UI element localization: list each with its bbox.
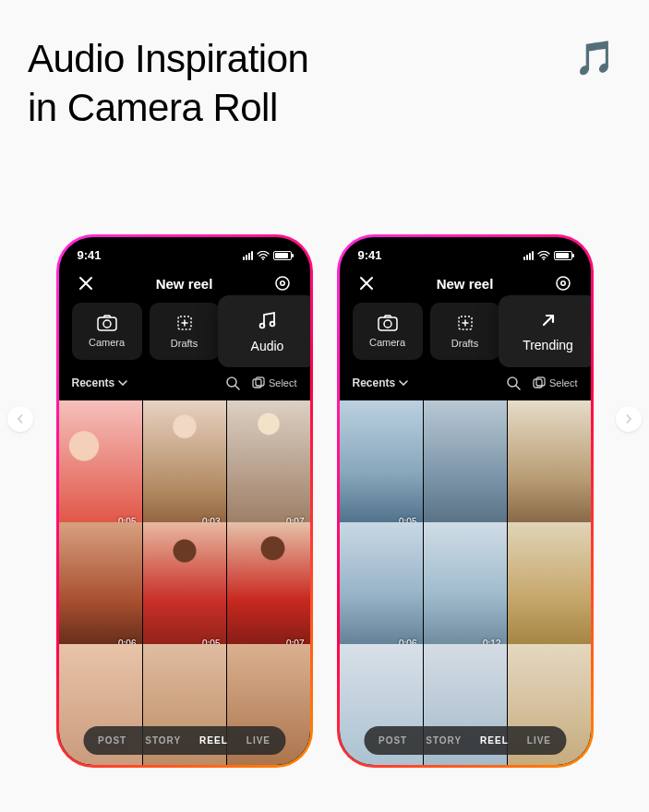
title-line-2: in Camera Roll (28, 84, 308, 133)
mode-selector[interactable]: POST STORY REEL LIVE (364, 726, 566, 755)
drafts-icon (175, 314, 194, 332)
settings-button[interactable] (553, 273, 573, 293)
music-note-icon: 🎵 (574, 39, 616, 78)
search-button[interactable] (222, 373, 243, 393)
drafts-button[interactable]: Drafts (150, 303, 220, 360)
chevron-down-icon (118, 380, 127, 386)
music-icon (257, 309, 279, 331)
search-icon (225, 376, 240, 390)
mode-reel[interactable]: REEL (473, 732, 516, 749)
select-label: Select (549, 377, 578, 388)
screen-title: New reel (437, 276, 494, 292)
svg-rect-3 (98, 317, 116, 330)
camera-icon (97, 315, 117, 331)
media-thumb[interactable]: 0:07 (227, 400, 310, 531)
svg-point-0 (262, 258, 264, 260)
svg-point-11 (543, 258, 545, 260)
status-bar: 9:41 (59, 237, 310, 268)
status-indicators (523, 251, 572, 260)
phone-mockup-left: 9:41 New reel Camera (56, 234, 313, 768)
mode-story[interactable]: STORY (138, 732, 188, 749)
drafts-label: Drafts (451, 338, 478, 349)
media-thumb[interactable]: 0:05 (59, 400, 142, 531)
svg-rect-14 (379, 317, 397, 330)
wifi-icon (257, 251, 270, 260)
mode-live[interactable]: LIVE (239, 732, 278, 749)
camera-button[interactable]: Camera (353, 303, 423, 360)
drafts-label: Drafts (171, 338, 198, 349)
drafts-button[interactable]: Drafts (430, 303, 500, 360)
camera-button[interactable]: Camera (72, 303, 142, 360)
media-thumb[interactable]: 0:06 (59, 522, 142, 652)
drafts-icon (456, 314, 475, 332)
mode-live[interactable]: LIVE (520, 732, 559, 749)
svg-point-4 (103, 320, 111, 328)
close-button[interactable] (356, 273, 377, 293)
trending-popover[interactable]: Trending (499, 295, 591, 367)
battery-icon (554, 251, 572, 260)
camera-label: Camera (89, 337, 125, 348)
recents-dropdown[interactable]: Recents (72, 376, 128, 389)
media-thumb[interactable]: 0:12 (424, 522, 507, 652)
media-grid: 0:05 0:06 0:12 (340, 400, 591, 765)
close-button[interactable] (76, 273, 96, 293)
status-indicators (243, 251, 292, 260)
clock: 9:41 (358, 248, 382, 262)
search-icon (506, 376, 521, 390)
multiselect-icon (533, 376, 546, 389)
wifi-icon (537, 251, 550, 260)
media-thumb[interactable]: 0:03 (143, 400, 226, 531)
select-label: Select (269, 377, 297, 388)
mode-post[interactable]: POST (90, 732, 134, 749)
tool-row: Camera Drafts Trending (340, 303, 591, 360)
status-bar: 9:41 (340, 237, 591, 268)
phone-mockup-right: 9:41 New reel Camera (337, 234, 594, 768)
camera-label: Camera (369, 337, 405, 348)
signal-icon (523, 251, 534, 260)
svg-point-2 (281, 281, 284, 285)
select-button[interactable]: Select (533, 376, 578, 389)
media-thumb[interactable]: 0:05 (143, 522, 226, 652)
trending-label: Trending (523, 338, 573, 352)
signal-icon (243, 251, 253, 260)
page-title: Audio Inspiration in Camera Roll (28, 35, 308, 132)
battery-icon (273, 251, 292, 260)
recents-label: Recents (72, 376, 115, 389)
mode-reel[interactable]: REEL (192, 732, 235, 749)
media-thumb[interactable]: 0:05 (340, 400, 423, 531)
screen-title: New reel (156, 276, 213, 292)
search-button[interactable] (503, 373, 523, 393)
mode-post[interactable]: POST (371, 732, 415, 749)
media-grid: 0:05 0:03 0:07 0:06 0:05 0:07 (59, 400, 310, 765)
audio-label: Audio (251, 339, 284, 353)
settings-button[interactable] (272, 273, 293, 293)
arrow-up-right-icon (538, 310, 559, 330)
recents-dropdown[interactable]: Recents (353, 376, 409, 389)
camera-icon (378, 315, 398, 331)
media-thumb[interactable] (424, 400, 507, 531)
mode-story[interactable]: STORY (418, 732, 469, 749)
svg-point-12 (557, 277, 570, 290)
chevron-down-icon (399, 380, 408, 386)
svg-point-7 (270, 322, 274, 327)
clock: 9:41 (78, 248, 102, 262)
recents-label: Recents (353, 376, 396, 389)
audio-popover[interactable]: Audio (218, 295, 310, 367)
select-button[interactable]: Select (252, 376, 297, 389)
media-thumb[interactable]: 0:07 (227, 522, 310, 652)
svg-point-13 (561, 281, 565, 285)
multiselect-icon (252, 376, 265, 389)
media-thumb[interactable] (508, 400, 591, 531)
svg-point-15 (384, 320, 391, 328)
svg-point-6 (259, 324, 264, 328)
media-thumb[interactable]: 0:06 (340, 522, 423, 652)
title-line-1: Audio Inspiration (28, 35, 308, 84)
mode-selector[interactable]: POST STORY REEL LIVE (83, 726, 285, 755)
media-thumb[interactable] (508, 522, 591, 652)
svg-point-1 (276, 277, 289, 290)
tool-row: Camera Drafts Audio (59, 303, 310, 360)
